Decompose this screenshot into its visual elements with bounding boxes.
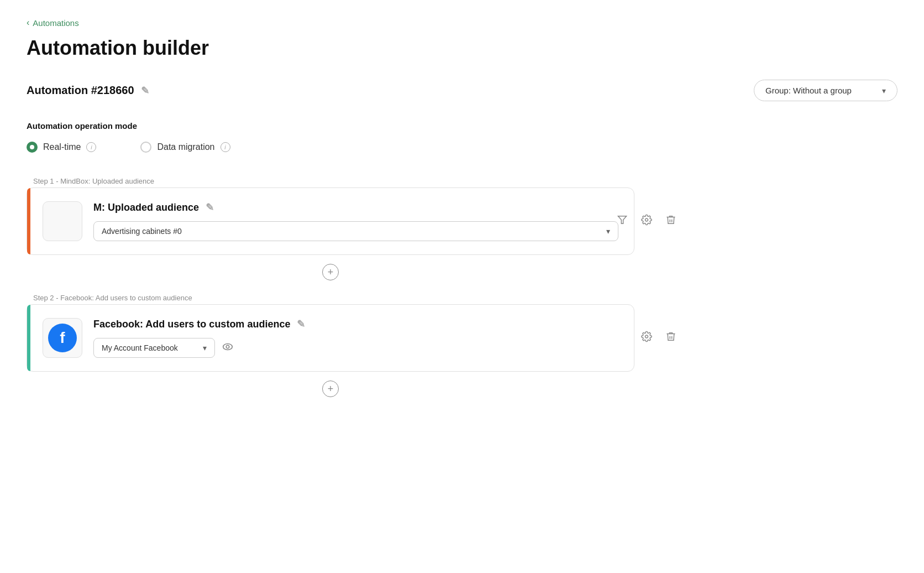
step-1-card: M: Uploaded audience ✎ Advertising cabin…	[27, 187, 634, 255]
step-1-label: Step 1 - MindBox: Uploaded audience	[27, 177, 634, 185]
radio-datamigration-circle	[140, 142, 151, 153]
automation-header: Automation #218660 ✎ Group: Without a gr…	[27, 80, 897, 101]
step-1-title-text: M: Uploaded audience	[93, 202, 199, 213]
add-step-1-button[interactable]: +	[322, 264, 339, 280]
group-dropdown[interactable]: Group: Without a group ▾	[754, 80, 897, 101]
step-2-actions	[639, 329, 679, 347]
radio-realtime-label: Real-time	[43, 142, 81, 152]
breadcrumb: ‹ Automations	[27, 18, 897, 28]
step-2-settings-icon[interactable]	[639, 329, 654, 347]
datamigration-info-icon[interactable]: i	[221, 142, 230, 152]
page-title: Automation builder	[27, 37, 897, 60]
step-2-select-value: My Account Facebook	[102, 343, 178, 352]
svg-point-4	[645, 335, 648, 338]
step-2-title-text: Facebook: Add users to custom audience	[93, 319, 290, 330]
step-2-select-chevron-icon: ▾	[203, 343, 207, 352]
step-1-accent	[27, 188, 30, 254]
svg-point-2	[223, 343, 233, 350]
step-1-settings-icon[interactable]	[639, 212, 654, 231]
automation-edit-icon[interactable]: ✎	[141, 85, 149, 97]
step-2-card: f Facebook: Add users to custom audience…	[27, 304, 634, 372]
step-1-icon-box	[43, 201, 82, 241]
step-2-icon-box: f	[43, 318, 82, 358]
radio-realtime-circle	[27, 142, 38, 153]
svg-point-1	[645, 218, 648, 221]
back-arrow-icon: ‹	[27, 18, 29, 28]
step-1-select[interactable]: Advertising cabinets #0 ▾	[93, 221, 618, 241]
radio-datamigration[interactable]: Data migration i	[140, 142, 230, 153]
operation-mode-options: Real-time i Data migration i	[27, 142, 897, 153]
step-1-actions	[615, 212, 679, 231]
step-2-accent	[27, 305, 30, 371]
step-2-eye-icon[interactable]	[222, 341, 234, 356]
step-1-select-value: Advertising cabinets #0	[102, 227, 182, 236]
facebook-icon: f	[48, 324, 77, 352]
group-dropdown-chevron-icon: ▾	[882, 86, 886, 95]
add-step-2-button[interactable]: +	[322, 381, 339, 397]
realtime-info-icon[interactable]: i	[86, 142, 96, 152]
group-dropdown-label: Group: Without a group	[765, 86, 852, 95]
automation-id-label: Automation #218660	[27, 84, 134, 97]
svg-marker-0	[618, 216, 627, 223]
operation-mode-label: Automation operation mode	[27, 121, 897, 131]
step-2-edit-icon[interactable]: ✎	[297, 318, 305, 330]
radio-realtime[interactable]: Real-time i	[27, 142, 96, 153]
step-1-select-chevron-icon: ▾	[606, 227, 610, 236]
step-2-label: Step 2 - Facebook: Add users to custom a…	[27, 294, 634, 302]
automations-link[interactable]: Automations	[33, 18, 78, 28]
step-1-filter-icon[interactable]	[615, 212, 630, 231]
operation-mode-section: Automation operation mode Real-time i Da…	[27, 121, 897, 153]
step-2-wrapper: Step 2 - Facebook: Add users to custom a…	[27, 294, 634, 402]
step-2-delete-icon[interactable]	[663, 329, 679, 347]
automation-id: Automation #218660 ✎	[27, 84, 149, 97]
step-1-wrapper: Step 1 - MindBox: Uploaded audience M: U…	[27, 177, 634, 285]
step-1-edit-icon[interactable]: ✎	[206, 201, 214, 213]
steps-container: Step 1 - MindBox: Uploaded audience M: U…	[27, 177, 634, 410]
step-2-content: Facebook: Add users to custom audience ✎…	[93, 318, 618, 358]
step-2-select-row: My Account Facebook ▾	[93, 338, 618, 358]
step-2-title: Facebook: Add users to custom audience ✎	[93, 318, 618, 330]
step-1-delete-icon[interactable]	[663, 212, 679, 231]
step-1-content: M: Uploaded audience ✎ Advertising cabin…	[93, 201, 618, 241]
step-2-select[interactable]: My Account Facebook ▾	[93, 338, 215, 358]
svg-point-3	[226, 345, 229, 348]
step-1-title: M: Uploaded audience ✎	[93, 201, 618, 213]
radio-datamigration-label: Data migration	[157, 142, 214, 152]
